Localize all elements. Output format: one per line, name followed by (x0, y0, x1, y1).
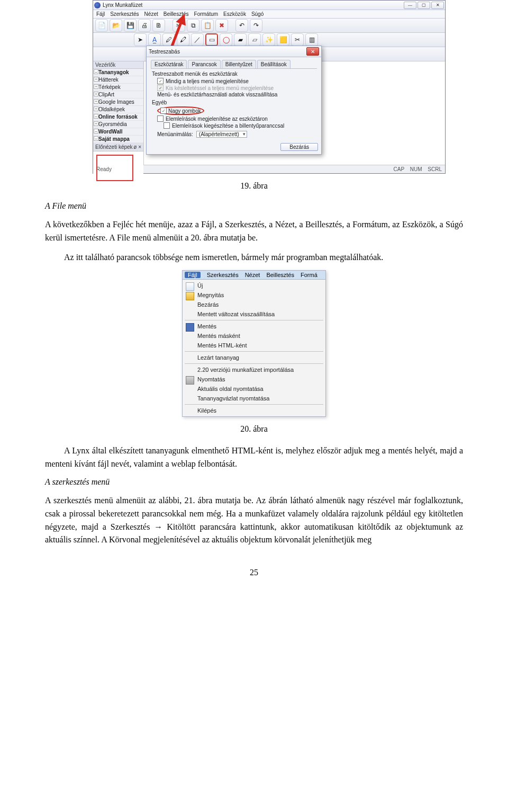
crop-icon[interactable]: ✂ (291, 33, 304, 46)
save-icon (186, 323, 194, 332)
checkbox-always-full-menu[interactable] (157, 78, 164, 84)
sidebar-item[interactable]: Google Images (93, 99, 143, 106)
option-label: Kis késleltetéssel a teljes menü megjele… (166, 85, 274, 91)
menu-item[interactable]: Kilépés (183, 406, 325, 415)
option-label: Nagy gombok (168, 108, 201, 114)
menu-item[interactable]: 2.20 verziójú munkafüzet importálása (183, 365, 325, 374)
menu-item[interactable]: Fájl (96, 11, 105, 17)
status-left: Ready (96, 166, 112, 172)
heading-edit-menu: A szerkesztés menü (45, 477, 463, 487)
menu-item[interactable]: Szerkesztés (110, 11, 139, 17)
fill-icon[interactable]: ▰ (234, 33, 247, 46)
dialog-close-icon[interactable]: ✕ (306, 47, 319, 56)
copy-icon[interactable]: ⧉ (187, 19, 199, 32)
menu-item[interactable]: Súgó (251, 11, 264, 17)
menu-item[interactable]: Lezárt tananyag (183, 353, 325, 362)
menu-item[interactable]: Megnyitás (183, 290, 325, 300)
maximize-button[interactable]: ▢ (418, 2, 430, 9)
print-icon (186, 376, 194, 385)
app-title: Lynx Munkafüzet (103, 2, 404, 8)
menu-item-label: Mentés (197, 323, 216, 329)
tab-settings[interactable]: Beállítások (257, 60, 291, 68)
menu-item-label: Mentés HTML-ként (197, 342, 247, 349)
text-icon[interactable]: A̲ (148, 33, 161, 46)
toolbar-row-1: 📄 📂 💾 🖨 🗎 ✂ ⧉ 📋 ✖ ↶ ↷ (93, 19, 445, 33)
delete-icon[interactable]: ✖ (215, 19, 228, 32)
sidebar-item[interactable]: ClipArt (93, 91, 143, 99)
menu-item[interactable]: Bezárás (183, 300, 325, 309)
menu-item-file[interactable]: Fájl (185, 272, 201, 278)
menu-item-label: Nyomtatás (197, 376, 225, 382)
menu-item-label: Tananyagvázlat nyomtatása (197, 395, 269, 401)
menu-item[interactable]: Formá (301, 272, 318, 278)
sidebar-item[interactable]: Tananyagok (93, 69, 143, 76)
menu-item-label: Mentett változat visszaállítása (197, 311, 275, 317)
line-icon[interactable]: ／ (191, 33, 204, 46)
more-icon[interactable]: ▥ (305, 33, 318, 46)
heading-file-menu: A File menü (45, 201, 463, 211)
sidebar-item[interactable]: Hátterek (93, 76, 143, 84)
paragraph: A Lynx által elkészített tananyagunk elm… (45, 444, 463, 471)
status-num: NUM (410, 166, 422, 172)
new-icon[interactable]: 📄 (95, 19, 108, 32)
menu-item-label: 2.20 verziójú munkafüzet importálása (197, 367, 294, 373)
checkbox-shortcuts[interactable] (164, 122, 170, 129)
tab-keyboard[interactable]: Billentyűzet (222, 60, 256, 68)
sidebar-item[interactable]: Saját mappa (93, 136, 143, 143)
menu-separator (185, 351, 323, 352)
menu-item[interactable]: Nyomtatás (183, 374, 325, 384)
minimize-button[interactable]: — (404, 2, 416, 9)
checkbox-tooltips[interactable] (157, 115, 164, 122)
open-icon (186, 292, 194, 300)
highlighter-icon[interactable]: 🖍 (177, 33, 189, 46)
open-icon[interactable]: 📂 (110, 19, 122, 32)
pointer-icon[interactable]: ➤ (134, 33, 147, 46)
sidebar-item[interactable]: Oldalképek (93, 106, 143, 113)
menu-item[interactable]: Nézet (245, 272, 260, 278)
paste-icon[interactable]: 📋 (201, 19, 214, 32)
sidebar-item[interactable]: WordWall (93, 128, 143, 136)
anim-dropdown[interactable]: (Alapértelmezett) (196, 131, 247, 138)
menu-item[interactable]: Formátum (194, 11, 219, 17)
undo-icon[interactable]: ↶ (235, 19, 248, 32)
redo-icon[interactable]: ↷ (250, 19, 262, 32)
menu-item[interactable]: Új (183, 281, 325, 290)
rect-icon[interactable]: ▭ (205, 33, 218, 46)
menu-item-label: Megnyitás (197, 292, 224, 298)
page-number: 25 (45, 568, 463, 577)
menu-item[interactable]: Aktuális oldal nyomtatása (183, 384, 325, 394)
save-icon[interactable]: 💾 (124, 19, 137, 32)
tab-toolbars[interactable]: Eszköztárak (151, 60, 187, 68)
menu-item[interactable]: Eszközök (223, 11, 246, 17)
paragraph: A következőkben a Fejléc hét menüje, aza… (45, 218, 463, 245)
dialog-close-button[interactable]: Bezárás (280, 143, 318, 151)
sidebar-item[interactable]: Gyorsmédia (93, 121, 143, 128)
annotation-circle: Nagy gombok (157, 106, 204, 115)
close-button[interactable]: ✕ (431, 2, 444, 9)
sidebar-item[interactable]: Térképek (93, 84, 143, 91)
reset-label: Menü- és eszköztárhasználati adatok viss… (157, 92, 277, 97)
page-icon[interactable]: 🗎 (152, 19, 165, 32)
menu-item[interactable]: Szerkesztés (207, 272, 239, 278)
menu-item[interactable]: Mentett változat visszaállítása (183, 309, 325, 319)
eraser-icon[interactable]: ▱ (248, 33, 261, 46)
menu-item[interactable]: Beillesztés (266, 272, 294, 278)
menu-separator (185, 320, 323, 320)
menu-item-label: Kilépés (197, 407, 216, 414)
menu-item[interactable]: Mentés (183, 322, 325, 331)
paragraph: Az itt található parancsok többsége nem … (45, 251, 463, 264)
sidebar-item[interactable]: Online források (93, 113, 143, 121)
ellipse-icon[interactable]: ◯ (220, 33, 232, 46)
checkbox-big-buttons[interactable] (160, 108, 167, 114)
new-icon (186, 282, 194, 291)
menu-item[interactable]: Nézet (144, 11, 158, 17)
print-icon[interactable]: 🖨 (138, 19, 151, 32)
menu-item[interactable]: Tananyagvázlat nyomtatása (183, 394, 325, 403)
status-cap: CAP (394, 166, 404, 172)
color-icon[interactable]: 🟨 (277, 33, 289, 46)
menu-item[interactable]: Mentés HTML-ként (183, 341, 325, 350)
sidebar: Vezérlők TananyagokHátterekTérképekClipA… (93, 61, 144, 165)
wand-icon[interactable]: ✨ (262, 33, 275, 46)
tab-commands[interactable]: Parancsok (188, 60, 220, 68)
menu-item[interactable]: Mentés másként (183, 331, 325, 341)
